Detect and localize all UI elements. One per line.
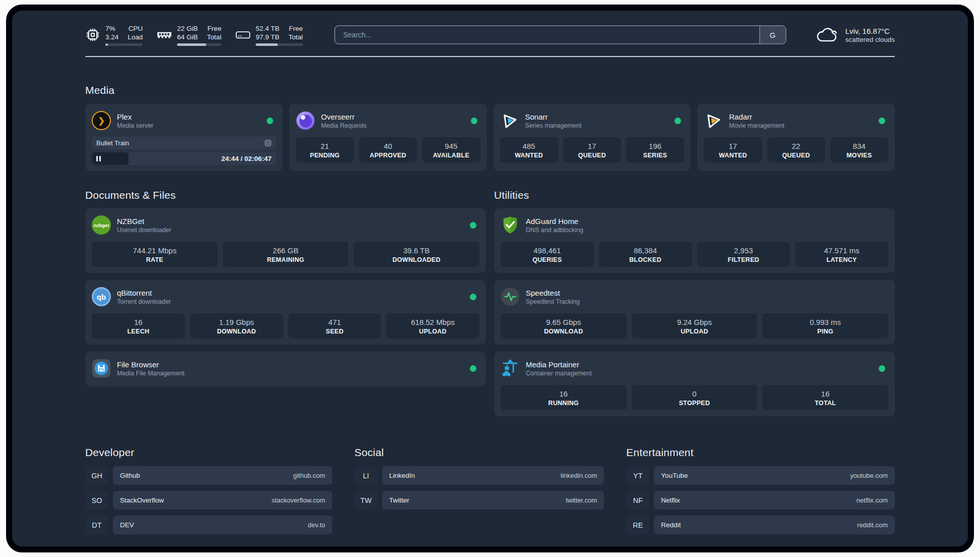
section-title-developer: Developer (85, 447, 332, 459)
card-adguard[interactable]: AdGuard Home DNS and adblocking 498,461 … (494, 208, 895, 273)
link-name: YouTube (661, 472, 688, 479)
stat-value: 1.19 Gbps (192, 317, 281, 327)
link-url: youtube.com (850, 472, 888, 479)
disk-total-label: Total (288, 33, 303, 41)
stat-value: 22 (769, 141, 823, 151)
card-plex[interactable]: ❯ Plex Media server Bullet Train (85, 104, 283, 171)
search-bar: G (334, 25, 786, 44)
link-github[interactable]: GH Github github.com (85, 466, 332, 485)
link-dev[interactable]: DT DEV dev.to (85, 516, 332, 534)
filebrowser-icon (92, 359, 111, 378)
plex-icon: ❯ (92, 111, 111, 130)
plex-subtitle: Media server (117, 122, 153, 130)
weather-condition: scattered clouds (845, 36, 895, 43)
card-portainer[interactable]: Media Portainer Container management 16 … (494, 352, 895, 416)
nzbget-status-dot (470, 222, 476, 229)
sonarr-subtitle: Series management (525, 122, 582, 130)
stat-box: 40 APPROVED (359, 137, 417, 162)
card-overseerr[interactable]: Overseerr Media Requests 21 PENDING 40 A… (289, 104, 487, 171)
stat-box: 471 SEED (288, 313, 382, 339)
cpu-usage-value: 7% (105, 24, 118, 33)
stat-value: 40 (361, 141, 415, 151)
cpu-load-label: Load (128, 33, 143, 41)
card-filebrowser[interactable]: File Browser Media File Management (85, 352, 486, 386)
card-speedtest[interactable]: Speedtest Speedtest Tracking 9.65 Gbps D… (494, 280, 895, 345)
stat-label: QUEUED (769, 152, 823, 159)
stat-box: 498,461 QUERIES (501, 242, 594, 267)
adguard-icon (501, 215, 520, 235)
stat-box: 17 QUEUED (563, 137, 621, 162)
stat-label: WANTED (706, 152, 760, 159)
cpu-widget: 7% CPU 3.24 Load (85, 24, 143, 46)
plex-status-dot (267, 118, 273, 124)
disk-widget: 52.4 TB Free 97.9 TB Total (235, 24, 303, 46)
social-column: Social LI LinkedIn linkedin.com TW Twitt… (354, 447, 604, 534)
link-name: Twitter (389, 496, 409, 504)
disk-icon (235, 29, 251, 40)
stat-label: SEED (290, 328, 380, 335)
top-bar: 7% CPU 3.24 Load (85, 11, 895, 47)
link-youtube[interactable]: YT YouTube youtube.com (626, 466, 895, 485)
speedtest-subtitle: Speedtest Tracking (526, 298, 580, 306)
stat-box: 618.52 Mbps UPLOAD (386, 313, 479, 339)
stat-value: 9.65 Gbps (503, 317, 625, 327)
qbittorrent-icon: qb (92, 287, 111, 306)
header-divider (85, 56, 895, 57)
nzbget-icon: nzbget (92, 215, 111, 235)
dashboard-content: 7% CPU 3.24 Load (12, 11, 968, 546)
stat-label: WANTED (502, 152, 556, 159)
stat-label: PING (764, 328, 886, 335)
utilities-column: Utilities AdGuard Home (494, 189, 895, 416)
link-reddit[interactable]: RE Reddit reddit.com (626, 516, 895, 534)
stat-value: 485 (502, 141, 556, 151)
ram-total-label: Total (207, 33, 222, 41)
twitter-abbr: TW (354, 491, 378, 510)
link-name: Netflix (661, 496, 680, 504)
search-input[interactable] (335, 26, 759, 43)
stat-box: 1.19 Gbps DOWNLOAD (190, 313, 283, 339)
adguard-subtitle: DNS and adblocking (526, 226, 583, 234)
dev-abbr: DT (85, 516, 108, 534)
stat-box: 16 RUNNING (501, 385, 627, 410)
card-sonarr[interactable]: Sonarr Series management 485 WANTED 17 Q… (494, 104, 691, 171)
card-radarr[interactable]: Radarr Movie management 17 WANTED 22 QUE… (697, 104, 895, 171)
ram-progress-bar (177, 43, 221, 46)
card-nzbget[interactable]: nzbget NZBGet Usenet downloader 744.21 M… (85, 208, 486, 273)
radarr-subtitle: Movie management (729, 122, 784, 130)
stat-label: AVAILABLE (424, 152, 478, 159)
stat-label: BLOCKED (601, 256, 690, 263)
stat-box: 945 AVAILABLE (422, 137, 480, 162)
link-twitter[interactable]: TW Twitter twitter.com (354, 491, 604, 510)
link-linkedin[interactable]: LI LinkedIn linkedin.com (354, 466, 604, 485)
weather-widget: Lviv, 16.87°C scattered clouds (816, 26, 895, 43)
link-url: linkedin.com (561, 472, 597, 479)
stat-value: 0 (634, 389, 756, 399)
stat-label: RUNNING (503, 400, 625, 407)
link-netflix[interactable]: NF Netflix netflix.com (626, 491, 895, 510)
stat-box: 2,953 FILTERED (697, 242, 790, 267)
section-title-media: Media (85, 84, 895, 96)
link-stackoverflow[interactable]: SO StackOverflow stackoverflow.com (85, 491, 332, 510)
ram-icon (157, 30, 172, 40)
weather-location: Lviv, 16.87°C (845, 26, 895, 36)
filebrowser-status-dot (470, 365, 476, 372)
stackoverflow-abbr: SO (85, 491, 108, 510)
nzbget-title: NZBGet (117, 216, 171, 226)
stat-box: 16 LEECH (92, 313, 185, 339)
ram-total-value: 64 GiB (177, 33, 198, 41)
card-qbittorrent[interactable]: qb qBittorrent Torrent downloader 16 LEE… (85, 280, 486, 345)
overseerr-icon (296, 111, 315, 130)
stat-label: STOPPED (634, 400, 756, 407)
documents-column: Documents & Files nzbget NZBGet Usenet d… (85, 189, 486, 416)
stat-box: 485 WANTED (500, 137, 558, 162)
sonarr-title: Sonarr (525, 112, 582, 122)
stat-value: 16 (503, 389, 625, 399)
stat-label: MOVIES (832, 152, 886, 159)
linkedin-abbr: LI (354, 466, 378, 485)
disk-free-value: 52.4 TB (256, 24, 279, 33)
portainer-title: Media Portainer (526, 360, 592, 369)
radarr-status-dot (879, 118, 885, 124)
stat-value: 744.21 Mbps (94, 246, 216, 255)
stat-label: UPLOAD (634, 328, 756, 335)
search-engine-button[interactable]: G (759, 26, 785, 43)
